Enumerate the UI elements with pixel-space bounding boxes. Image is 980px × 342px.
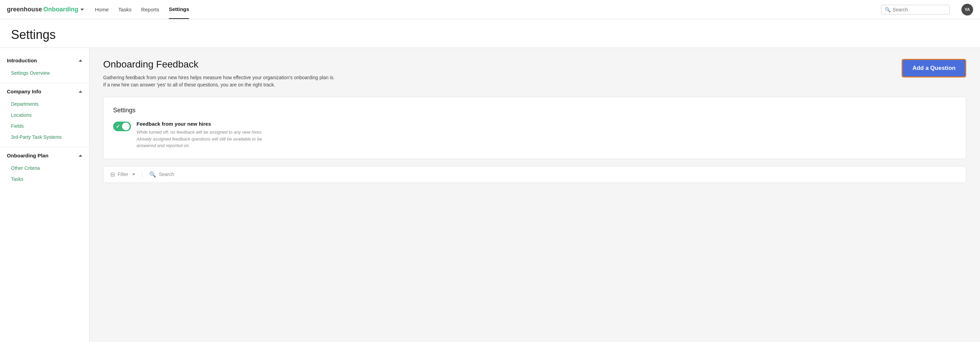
search-bar[interactable]: 🔍 xyxy=(881,5,950,14)
nav-tasks[interactable]: Tasks xyxy=(118,0,131,19)
main-header-text: Onboarding Feedback Gathering feedback f… xyxy=(103,59,334,88)
toggle-check-icon: ✓ xyxy=(116,124,120,129)
nav-reports[interactable]: Reports xyxy=(141,0,159,19)
page-title-bar: Settings xyxy=(0,19,980,48)
filter-icon: ⊟ xyxy=(110,171,115,178)
main-content: Onboarding Feedback Gathering feedback f… xyxy=(89,48,980,342)
sidebar-section-introduction[interactable]: Introduction xyxy=(0,53,89,66)
sidebar-chevron-company-info xyxy=(79,91,82,93)
feedback-toggle[interactable]: ✓ xyxy=(113,121,131,131)
page-container: Settings Introduction Settings Overview … xyxy=(0,19,980,342)
sidebar-item-departments[interactable]: Departments xyxy=(0,99,89,110)
filter-bar: ⊟ Filter 🔍 Search xyxy=(103,166,966,183)
sidebar-section-company-info-label: Company Info xyxy=(7,88,41,94)
sidebar-section-company-info[interactable]: Company Info xyxy=(0,85,89,97)
sidebar-divider-1 xyxy=(0,83,89,83)
toggle-description: While turned off, no feedback will be as… xyxy=(137,129,267,149)
toggle-track: ✓ xyxy=(113,121,131,131)
toggle-label: Feedback from your new hires While turne… xyxy=(137,121,267,149)
toggle-heading: Feedback from your new hires xyxy=(137,121,267,127)
sidebar: Introduction Settings Overview Company I… xyxy=(0,48,89,342)
sidebar-item-3rd-party[interactable]: 3rd-Party Task Systems xyxy=(0,131,89,142)
search-filter-icon: 🔍 xyxy=(149,171,156,178)
nav-home[interactable]: Home xyxy=(95,0,109,19)
sidebar-onboarding-plan-items: Other Criteria Tasks xyxy=(0,161,89,187)
nav-settings[interactable]: Settings xyxy=(169,0,189,19)
sidebar-item-tasks[interactable]: Tasks xyxy=(0,174,89,185)
search-filter-section[interactable]: 🔍 Search xyxy=(149,171,174,178)
brand-onboarding-text: Onboarding xyxy=(43,6,78,13)
sidebar-section-onboarding-plan[interactable]: Onboarding Plan xyxy=(0,149,89,161)
sidebar-item-other-criteria[interactable]: Other Criteria xyxy=(0,163,89,174)
avatar[interactable]: YA xyxy=(961,4,973,16)
sidebar-introduction-items: Settings Overview xyxy=(0,66,89,81)
sidebar-item-fields[interactable]: Fields xyxy=(0,121,89,131)
main-description-line1: Gathering feedback from your new hires h… xyxy=(103,74,334,81)
settings-card: Settings ✓ Feedback from your new hires … xyxy=(103,97,966,159)
sidebar-divider-2 xyxy=(0,147,89,147)
main-header: Onboarding Feedback Gathering feedback f… xyxy=(103,59,966,88)
brand-chevron-icon xyxy=(81,9,84,11)
sidebar-item-settings-overview[interactable]: Settings Overview xyxy=(0,67,89,78)
topnav-links: Home Tasks Reports Settings xyxy=(95,0,189,19)
sidebar-chevron-introduction xyxy=(79,59,82,62)
filter-section[interactable]: ⊟ Filter xyxy=(110,171,142,178)
brand-logo[interactable]: greenhouse Onboarding xyxy=(7,6,84,13)
main-heading: Onboarding Feedback xyxy=(103,59,334,70)
sidebar-section-onboarding-plan-label: Onboarding Plan xyxy=(7,153,48,158)
toggle-thumb xyxy=(122,123,130,130)
main-description-line2: If a new hire can answer 'yes' to all of… xyxy=(103,81,334,88)
sidebar-chevron-onboarding-plan xyxy=(79,155,82,157)
content-area: Introduction Settings Overview Company I… xyxy=(0,48,980,342)
add-question-button[interactable]: Add a Question xyxy=(902,59,966,77)
search-input[interactable] xyxy=(892,7,946,13)
page-title: Settings xyxy=(11,27,969,42)
search-icon: 🔍 xyxy=(885,7,891,13)
brand-greenhouse-text: greenhouse xyxy=(7,6,42,13)
settings-card-title: Settings xyxy=(113,107,956,114)
filter-chevron-icon xyxy=(132,174,135,175)
top-navigation: greenhouse Onboarding Home Tasks Reports… xyxy=(0,0,980,19)
sidebar-section-introduction-label: Introduction xyxy=(7,58,37,63)
toggle-row: ✓ Feedback from your new hires While tur… xyxy=(113,121,956,149)
sidebar-company-info-items: Departments Locations Fields 3rd-Party T… xyxy=(0,97,89,145)
search-filter-label: Search xyxy=(159,171,174,177)
filter-label: Filter xyxy=(118,171,128,177)
sidebar-item-locations[interactable]: Locations xyxy=(0,110,89,121)
